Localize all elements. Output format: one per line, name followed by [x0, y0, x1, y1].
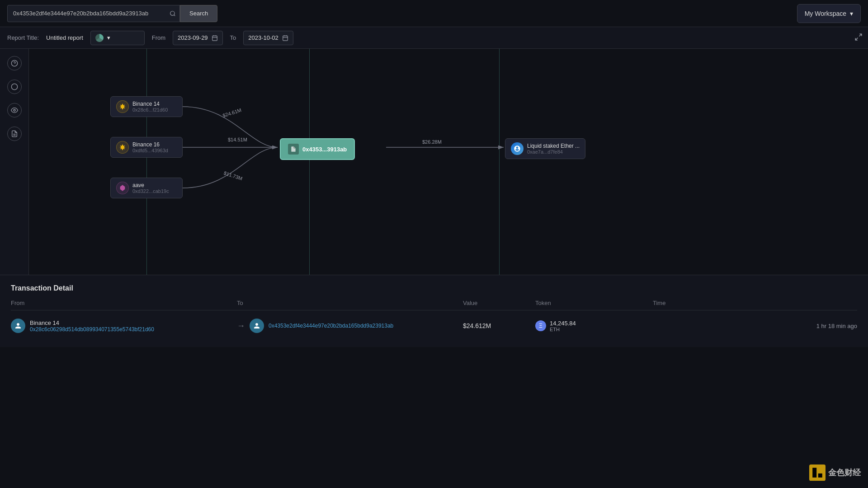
svg-point-13 — [11, 84, 17, 89]
from-date-input[interactable]: 2023-09-29 — [173, 31, 223, 45]
sidebar-icon-eye[interactable] — [7, 103, 22, 117]
report-title-value: Untitled report — [46, 34, 83, 41]
svg-point-0 — [170, 11, 174, 15]
svg-text:$24.61M: $24.61M — [222, 107, 242, 118]
binance-14-name: Binance 14 — [132, 101, 168, 107]
workspace-button[interactable]: My Workspace ▾ — [797, 4, 861, 23]
sidebar-icon-circle[interactable] — [7, 80, 22, 94]
from-label: From — [152, 34, 165, 41]
center-node-icon — [288, 144, 299, 155]
table-row: Binance 14 0x28c6c06298d514db08993407135… — [11, 315, 857, 337]
svg-rect-5 — [283, 36, 288, 41]
timeline-line-2 — [309, 49, 310, 275]
search-button[interactable]: Search — [180, 5, 217, 22]
sidebar-icon-document[interactable] — [7, 127, 22, 141]
binance-16-addr: 0xdfd5...43963d — [132, 148, 168, 153]
svg-marker-23 — [119, 103, 125, 109]
from-addr[interactable]: 0x28c6c06298d514db089934071355e5743bf21d… — [30, 326, 154, 333]
graph-canvas[interactable]: $24.61M $14.51M $11.73M $26.28M Binance … — [29, 49, 868, 275]
workspace-label: My Workspace — [805, 10, 846, 17]
watermark-text: 金色财经 — [828, 467, 861, 478]
watermark: 金色财经 — [809, 465, 861, 481]
header: Search My Workspace ▾ — [0, 0, 868, 27]
right-node-name: Liquid staked Ether ... — [527, 143, 580, 149]
chevron-down-icon: ▾ — [850, 10, 853, 17]
right-node-addr: 0xae7a...d7fe84 — [527, 149, 580, 155]
aave-name: aave — [132, 182, 169, 188]
aave-info: aave 0xd322...cab19c — [132, 182, 169, 194]
from-info: Binance 14 0x28c6c06298d514db08993407135… — [30, 319, 154, 333]
lido-icon — [511, 142, 524, 155]
node-binance-14[interactable]: Binance 14 0x28c6...f21d60 — [110, 96, 183, 117]
arrow-icon: → — [237, 321, 245, 331]
tx-value-cell: $24.612M — [463, 322, 535, 329]
tx-token-cell: Ξ 14,245.84 ETH — [535, 320, 653, 332]
from-avatar — [11, 319, 25, 333]
center-node-label: 0x4353...3913ab — [302, 146, 347, 153]
sidebar-icon-question[interactable] — [7, 56, 22, 70]
binance-16-icon — [116, 141, 129, 154]
search-input[interactable] — [7, 5, 165, 22]
to-label: To — [230, 34, 236, 41]
expand-button[interactable] — [854, 33, 863, 43]
timeline-line-1 — [146, 49, 147, 275]
svg-text:$11.73M: $11.73M — [223, 170, 243, 181]
tx-to-cell: → 0x4353e2df4e3444e97e20b2bda165bdd9a239… — [237, 319, 463, 333]
binance-14-info: Binance 14 0x28c6...f21d60 — [132, 101, 168, 113]
svg-rect-1 — [212, 36, 217, 41]
token-symbol: ETH — [550, 327, 576, 332]
tx-table: From To Value Token Time Binance 14 0x28… — [11, 300, 857, 337]
col-from: From — [11, 300, 237, 306]
right-node-info: Liquid staked Ether ... 0xae7a...d7fe84 — [527, 143, 580, 155]
to-addr[interactable]: 0x4353e2df4e3444e97e20b2bda165bdd9a23913… — [269, 323, 393, 329]
binance-14-icon — [116, 100, 129, 113]
aave-icon — [116, 182, 129, 194]
svg-line-10 — [855, 38, 858, 40]
col-value: Value — [463, 300, 535, 306]
tx-detail-title: Transaction Detail — [11, 284, 857, 292]
from-date-value: 2023-09-29 — [178, 34, 208, 41]
binance-16-name: Binance 16 — [132, 141, 168, 148]
time-text: 1 hr 18 min ago — [816, 323, 857, 329]
svg-line-9 — [859, 34, 862, 36]
to-avatar — [250, 319, 264, 333]
tx-from-cell: Binance 14 0x28c6c06298d514db08993407135… — [11, 319, 237, 333]
graph-arrows: $24.61M $14.51M $11.73M $26.28M — [29, 49, 868, 275]
svg-text:$26.28M: $26.28M — [422, 139, 442, 145]
binance-14-addr: 0x28c6...f21d60 — [132, 107, 168, 113]
eth-icon: Ξ — [535, 320, 546, 331]
to-date-value: 2023-10-02 — [248, 34, 278, 41]
binance-16-info: Binance 16 0xdfd5...43963d — [132, 141, 168, 153]
toolbar: Report Title: Untitled report ▾ From 202… — [0, 27, 868, 49]
col-token: Token — [535, 300, 653, 306]
chevron-down-icon: ▾ — [107, 34, 110, 41]
col-time: Time — [653, 300, 857, 306]
right-node[interactable]: Liquid staked Ether ... 0xae7a...d7fe84 — [505, 138, 585, 159]
node-aave[interactable]: aave 0xd322...cab19c — [110, 178, 183, 198]
svg-marker-24 — [119, 144, 125, 150]
svg-rect-27 — [818, 474, 822, 478]
to-date-input[interactable]: 2023-10-02 — [243, 31, 293, 45]
svg-point-14 — [14, 109, 15, 111]
value-text: $24.612M — [463, 322, 491, 329]
svg-text:$14.51M: $14.51M — [228, 137, 247, 142]
sidebar — [0, 49, 29, 275]
token-amount: 14,245.84 — [550, 320, 576, 327]
from-name: Binance 14 — [30, 319, 154, 326]
tx-time-cell: 1 hr 18 min ago — [653, 323, 857, 329]
search-icon — [165, 5, 180, 22]
svg-rect-26 — [812, 468, 816, 478]
search-container: Search — [7, 5, 224, 22]
tx-table-header: From To Value Token Time — [11, 300, 857, 310]
watermark-logo-icon — [809, 465, 826, 481]
center-node[interactable]: 0x4353...3913ab — [280, 138, 355, 160]
node-binance-16[interactable]: Binance 16 0xdfd5...43963d — [110, 137, 183, 158]
timeline-line-3 — [499, 49, 500, 275]
svg-rect-25 — [809, 465, 826, 481]
token-icon — [95, 34, 104, 42]
token-select[interactable]: ▾ — [90, 31, 145, 45]
aave-addr: 0xd322...cab19c — [132, 188, 169, 194]
report-title-label: Report Title: — [7, 34, 39, 41]
transaction-detail: Transaction Detail From To Value Token T… — [0, 275, 868, 347]
main-area: $24.61M $14.51M $11.73M $26.28M Binance … — [0, 49, 868, 275]
